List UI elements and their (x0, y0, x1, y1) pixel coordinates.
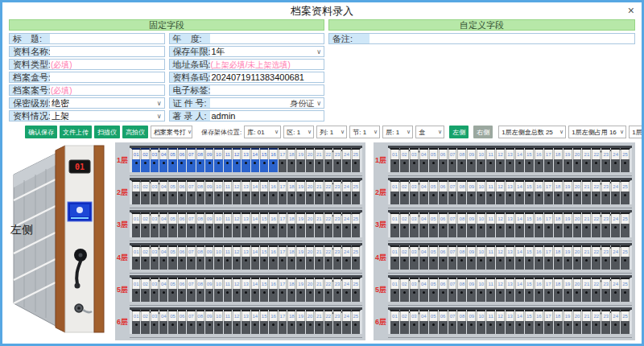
archive-box[interactable]: 18 (287, 310, 295, 334)
archive-box[interactable]: 02 (141, 278, 149, 302)
archive-box[interactable]: 22 (324, 245, 332, 270)
archive-box[interactable]: 03 (151, 212, 159, 237)
archive-box[interactable]: 21 (315, 180, 323, 204)
archive-box[interactable]: 14 (515, 278, 524, 302)
archive-box[interactable]: 07 (187, 180, 195, 204)
archive-box[interactable]: 09 (205, 180, 213, 204)
archive-box[interactable]: 02 (141, 245, 149, 270)
archive-box[interactable]: 04 (419, 278, 428, 302)
archive-box[interactable]: 06 (439, 310, 448, 334)
archive-box[interactable]: 22 (592, 278, 601, 302)
archive-box[interactable]: 18 (554, 310, 563, 334)
archive-box[interactable]: 25 (352, 278, 360, 302)
archive-box[interactable]: 01 (132, 212, 140, 237)
archive-box[interactable]: 20 (306, 310, 314, 334)
scanner-button[interactable]: 扫描仪 (94, 126, 120, 138)
archive-box[interactable]: 03 (410, 245, 419, 270)
archive-box[interactable]: 25 (621, 245, 630, 270)
archive-box[interactable]: 18 (287, 245, 295, 270)
archive-box[interactable]: 16 (269, 148, 277, 172)
archive-box[interactable]: 25 (352, 212, 360, 237)
archive-box[interactable]: 14 (251, 212, 259, 237)
archive-box[interactable]: 13 (506, 148, 514, 172)
archive-box[interactable]: 03 (410, 212, 419, 237)
archive-box[interactable]: 10 (214, 310, 222, 334)
archive-box[interactable]: 10 (214, 212, 222, 237)
archive-box[interactable]: 21 (315, 245, 323, 270)
column-select[interactable]: 列: 1∨ (316, 126, 347, 138)
archive-box[interactable]: 15 (525, 245, 534, 270)
archive-box[interactable]: 13 (506, 278, 514, 302)
archive-box[interactable]: 06 (178, 212, 186, 237)
archive-box[interactable]: 04 (159, 278, 167, 302)
archive-box[interactable]: 24 (342, 310, 350, 334)
retention-period-input[interactable]: 1年 (210, 47, 315, 57)
archive-box[interactable]: 05 (168, 310, 176, 334)
archive-box[interactable]: 03 (410, 180, 419, 204)
archive-box[interactable]: 17 (544, 245, 553, 270)
archive-box[interactable]: 16 (535, 212, 543, 237)
archive-box[interactable]: 11 (224, 310, 232, 334)
security-level-input[interactable]: 绝密 (50, 98, 155, 109)
archive-box[interactable]: 22 (592, 310, 601, 334)
archive-box[interactable]: 07 (448, 310, 457, 334)
archive-box[interactable]: 24 (611, 245, 620, 270)
archive-box[interactable]: 07 (448, 148, 457, 172)
archive-box[interactable]: 21 (582, 212, 591, 237)
archive-box[interactable]: 24 (342, 148, 350, 172)
material-barcode-input[interactable]: 2024071911383400681 (210, 72, 324, 83)
archive-box[interactable]: 24 (342, 245, 350, 270)
archive-box[interactable]: 17 (279, 212, 287, 237)
archive-box[interactable]: 01 (132, 180, 140, 204)
archive-box[interactable]: 15 (525, 212, 534, 237)
layer-remaining-select[interactable]: 1层左侧剩余 9∨ (629, 126, 644, 138)
section-select[interactable]: 节: 1∨ (349, 126, 380, 138)
archive-box[interactable]: 07 (187, 148, 195, 172)
archive-box[interactable]: 08 (457, 180, 466, 204)
archive-box[interactable]: 22 (592, 180, 601, 204)
archive-box[interactable]: 13 (242, 180, 250, 204)
archive-box[interactable]: 22 (324, 278, 332, 302)
archive-box[interactable]: 08 (196, 212, 204, 237)
archive-box[interactable]: 16 (535, 148, 543, 172)
archive-box[interactable]: 05 (168, 148, 176, 172)
archive-box[interactable]: 11 (224, 278, 232, 302)
archive-box[interactable]: 15 (525, 278, 534, 302)
archive-box[interactable]: 16 (535, 180, 543, 204)
archive-box[interactable]: 23 (333, 148, 341, 172)
archive-box[interactable]: 20 (573, 278, 582, 302)
archive-box[interactable]: 06 (439, 180, 448, 204)
archive-box[interactable]: 07 (448, 180, 457, 204)
archive-box[interactable]: 20 (306, 245, 314, 270)
archive-box[interactable]: 10 (477, 245, 485, 270)
archive-box[interactable]: 01 (132, 245, 140, 270)
archive-box[interactable]: 20 (573, 310, 582, 334)
archive-box[interactable]: 24 (611, 212, 620, 237)
archive-box[interactable]: 12 (496, 148, 505, 172)
archive-box[interactable]: 03 (151, 148, 159, 172)
archive-box[interactable]: 06 (178, 180, 186, 204)
archive-box[interactable]: 12 (496, 180, 505, 204)
archive-box[interactable]: 18 (554, 245, 563, 270)
document-camera-button[interactable]: 高拍仪 (122, 126, 148, 138)
archive-box[interactable]: 10 (477, 212, 485, 237)
archive-box[interactable]: 16 (535, 245, 543, 270)
archive-box[interactable]: 08 (457, 310, 466, 334)
archive-box[interactable]: 21 (315, 310, 323, 334)
archive-box[interactable]: 23 (601, 278, 610, 302)
archive-box[interactable]: 09 (467, 212, 476, 237)
archive-box[interactable]: 04 (159, 212, 167, 237)
archive-box[interactable]: 15 (260, 278, 268, 302)
archive-box[interactable]: 11 (224, 180, 232, 204)
archive-box[interactable]: 07 (187, 245, 195, 270)
archive-box[interactable]: 03 (151, 278, 159, 302)
archive-box[interactable]: 15 (260, 180, 268, 204)
archive-box[interactable]: 16 (269, 310, 277, 334)
archive-box[interactable]: 11 (224, 148, 232, 172)
right-side-button[interactable]: 右侧 (473, 126, 493, 138)
archive-box[interactable]: 10 (214, 278, 222, 302)
archive-box[interactable]: 07 (187, 278, 195, 302)
archive-box[interactable]: 05 (168, 278, 176, 302)
archive-box[interactable]: 07 (448, 212, 457, 237)
confirm-save-button[interactable]: 确认保存 (25, 126, 57, 138)
